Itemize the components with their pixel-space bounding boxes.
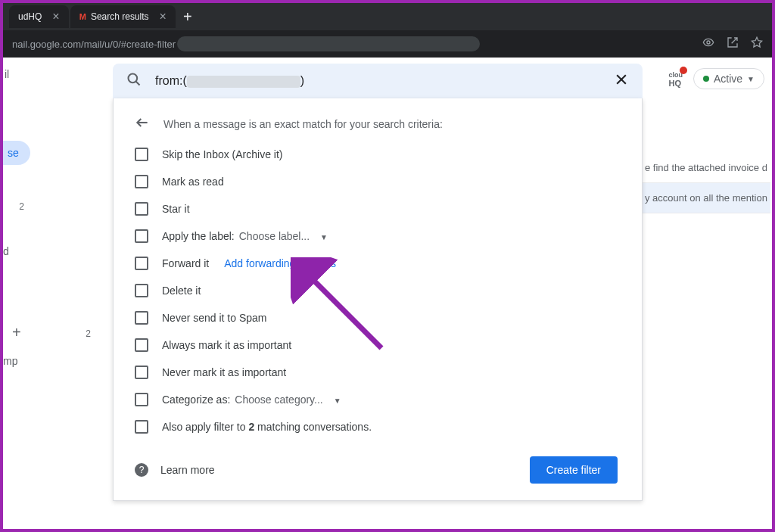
left-sidebar-partial: il se 2 d + mp 2: [3, 64, 30, 367]
checkbox[interactable]: [135, 284, 148, 297]
svg-line-3: [136, 82, 140, 86]
sidebar-label: il: [3, 64, 30, 85]
cloudhq-badge[interactable]: clouHQ: [668, 70, 683, 88]
search-icon[interactable]: [126, 72, 142, 90]
filter-header-text: When a message is an exact match for you…: [163, 118, 443, 130]
tab-search-results[interactable]: M Search results ×: [70, 5, 176, 28]
sidebar-item[interactable]: d: [3, 245, 30, 257]
star-icon[interactable]: [751, 36, 763, 51]
checkbox[interactable]: [135, 393, 148, 406]
tab-label: Search results: [91, 11, 149, 22]
checkbox[interactable]: [135, 229, 148, 243]
chevron-down-icon: ▼: [747, 75, 755, 83]
close-icon[interactable]: ×: [160, 10, 167, 23]
create-filter-button[interactable]: Create filter: [530, 456, 618, 484]
filter-option-never-important[interactable]: Never mark it as important: [135, 366, 618, 379]
option-label: Mark as read: [162, 176, 224, 188]
new-label-button[interactable]: +: [3, 324, 30, 341]
filter-option-never-spam[interactable]: Never send it to Spam: [135, 311, 618, 325]
option-label: Always mark it as important: [162, 339, 291, 351]
sidebar-item[interactable]: mp: [3, 355, 30, 367]
status-pill[interactable]: Active ▼: [693, 68, 764, 89]
share-icon[interactable]: [727, 36, 739, 51]
choose-category-dropdown[interactable]: Choose category... ▼: [235, 394, 341, 406]
new-tab-button[interactable]: +: [183, 8, 192, 26]
add-forwarding-link[interactable]: Add forwarding address: [224, 257, 336, 269]
filter-footer: ? Learn more Create filter: [135, 456, 618, 484]
back-arrow-icon[interactable]: [135, 115, 150, 132]
search-bar[interactable]: from:(): [113, 64, 643, 98]
filter-option-mark-read[interactable]: Mark as read: [135, 175, 618, 188]
option-label: Also apply filter to 2 matching conversa…: [162, 421, 372, 433]
sidebar-item-selected[interactable]: se: [3, 141, 30, 165]
active-dot-icon: [703, 76, 709, 82]
help-icon[interactable]: ?: [135, 463, 148, 477]
option-label: Never send it to Spam: [162, 312, 267, 324]
option-label: Skip the Inbox (Archive it): [162, 148, 283, 160]
filter-option-always-important[interactable]: Always mark it as important: [135, 338, 618, 352]
filter-option-also-apply[interactable]: Also apply filter to 2 matching conversa…: [135, 420, 618, 434]
url-text[interactable]: nail.google.com/mail/u/0/#create-filter: [12, 39, 176, 50]
choose-label-dropdown[interactable]: Choose label... ▼: [239, 230, 328, 242]
option-label: Star it: [162, 203, 190, 215]
checkbox[interactable]: [135, 175, 148, 188]
search-input[interactable]: from:(): [155, 74, 304, 88]
email-row-snippet[interactable]: y account on all the mention: [642, 183, 770, 213]
checkbox[interactable]: [135, 366, 148, 379]
option-label: Never mark it as important: [162, 366, 286, 378]
sidebar-count: 2: [86, 328, 91, 339]
filter-option-star[interactable]: Star it: [135, 202, 618, 216]
browser-tab-strip: udHQ × M Search results × +: [3, 3, 772, 30]
checkbox[interactable]: [135, 420, 148, 434]
svg-point-0: [707, 41, 710, 44]
checkbox[interactable]: [135, 338, 148, 352]
checkbox[interactable]: [135, 202, 148, 216]
checkbox[interactable]: [135, 148, 148, 161]
filter-header: When a message is an exact match for you…: [135, 115, 618, 132]
right-header-widgets: clouHQ Active ▼: [668, 68, 764, 89]
option-label: Forward it: [162, 257, 209, 269]
notification-dot-icon: [680, 67, 687, 74]
clear-search-button[interactable]: [614, 72, 629, 91]
filter-option-delete[interactable]: Delete it: [135, 284, 618, 297]
gmail-icon: M: [79, 12, 86, 21]
tab-label: udHQ: [18, 11, 42, 22]
chevron-down-icon: ▼: [320, 233, 328, 241]
email-row-snippet[interactable]: e find the attached invoice d: [642, 153, 770, 183]
main-area: clouHQ Active ▼ e find the attached invo…: [3, 58, 772, 529]
option-label: Delete it: [162, 285, 201, 297]
browser-action-icons: [702, 36, 763, 51]
background-email-rows: e find the attached invoice d y account …: [642, 153, 770, 213]
option-label: Categorize as:: [162, 394, 230, 406]
eye-icon[interactable]: [702, 36, 714, 51]
filter-option-forward[interactable]: Forward it Add forwarding address: [135, 257, 618, 270]
filter-option-categorize[interactable]: Categorize as: Choose category... ▼: [135, 393, 618, 406]
svg-marker-1: [752, 37, 761, 47]
redacted-blur: [187, 76, 300, 88]
sidebar-count: 2: [3, 201, 30, 212]
learn-more-link[interactable]: Learn more: [160, 464, 215, 476]
close-icon[interactable]: ×: [52, 10, 59, 23]
filter-option-apply-label[interactable]: Apply the label: Choose label... ▼: [135, 229, 618, 243]
checkbox[interactable]: [135, 257, 148, 270]
tab-cloudhq[interactable]: udHQ ×: [9, 5, 69, 28]
svg-point-2: [129, 74, 138, 83]
filter-panel: When a message is an exact match for you…: [113, 98, 643, 501]
checkbox[interactable]: [135, 311, 148, 325]
chevron-down-icon: ▼: [334, 397, 341, 405]
option-label: Apply the label:: [162, 230, 235, 242]
search-filter-container: from:() When a message is an exact match…: [113, 64, 643, 501]
status-label: Active: [714, 73, 742, 85]
filter-option-skip-inbox[interactable]: Skip the Inbox (Archive it): [135, 148, 618, 161]
address-bar: nail.google.com/mail/u/0/#create-filter: [3, 30, 772, 58]
url-blur: [177, 36, 480, 51]
